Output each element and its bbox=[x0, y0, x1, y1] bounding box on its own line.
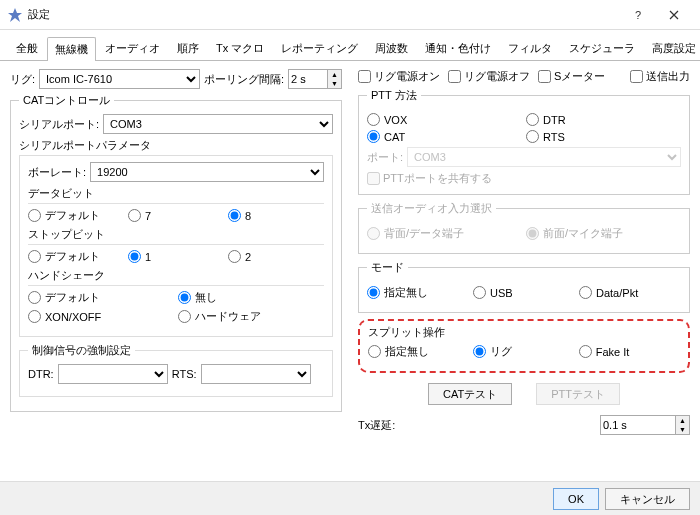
tab-txmacro[interactable]: Tx マクロ bbox=[208, 36, 272, 60]
ptt-rts[interactable] bbox=[526, 130, 539, 143]
cat-control-group: CATコントロール シリアルポート: COM3 シリアルポートパラメータ ボーレ… bbox=[10, 93, 342, 412]
tab-radio[interactable]: 無線機 bbox=[47, 37, 96, 61]
window-title: 設定 bbox=[28, 7, 50, 22]
txoutput-check[interactable] bbox=[630, 70, 643, 83]
power-off-check[interactable] bbox=[448, 70, 461, 83]
tab-scheduler[interactable]: スケジューラ bbox=[561, 36, 643, 60]
hs-hw[interactable] bbox=[178, 310, 191, 323]
split-none[interactable] bbox=[368, 345, 381, 358]
cat-test-button[interactable]: CATテスト bbox=[428, 383, 512, 405]
ptt-legend: PTT 方法 bbox=[367, 88, 421, 103]
databits-default[interactable] bbox=[28, 209, 41, 222]
ptt-test-button: PTTテスト bbox=[536, 383, 620, 405]
handshake-label: ハンドシェーク bbox=[28, 268, 324, 286]
split-highlight: スプリット操作 指定無し リグ Fake It bbox=[358, 319, 690, 373]
smeter-check[interactable] bbox=[538, 70, 551, 83]
tab-sequence[interactable]: 順序 bbox=[169, 36, 207, 60]
mode-none[interactable] bbox=[367, 286, 380, 299]
power-on-check[interactable] bbox=[358, 70, 371, 83]
stopbits-default[interactable] bbox=[28, 250, 41, 263]
tab-general[interactable]: 全般 bbox=[8, 36, 46, 60]
tab-reporting[interactable]: レポーティング bbox=[273, 36, 366, 60]
serial-params-label: シリアルポートパラメータ bbox=[19, 138, 333, 153]
txdelay-up[interactable]: ▲ bbox=[676, 416, 689, 425]
split-group: スプリット操作 指定無し リグ Fake It bbox=[364, 323, 684, 365]
polling-input[interactable] bbox=[288, 69, 328, 89]
hs-none[interactable] bbox=[178, 291, 191, 304]
mode-usb[interactable] bbox=[473, 286, 486, 299]
ptt-share-check bbox=[367, 172, 380, 185]
tab-advanced[interactable]: 高度設定 bbox=[644, 36, 700, 60]
cat-legend: CATコントロール bbox=[19, 93, 114, 108]
split-fakeit[interactable] bbox=[579, 345, 592, 358]
help-button[interactable]: ? bbox=[620, 3, 656, 27]
dtr-select[interactable] bbox=[58, 364, 168, 384]
stopbits-2[interactable] bbox=[228, 250, 241, 263]
ptt-port-label: ポート: bbox=[367, 150, 403, 165]
mode-group: モード 指定無し USB Data/Pkt bbox=[358, 260, 690, 313]
txaudio-rear bbox=[367, 227, 380, 240]
txaudio-front bbox=[526, 227, 539, 240]
databits-7[interactable] bbox=[128, 209, 141, 222]
rts-label: RTS: bbox=[172, 368, 197, 380]
dtr-label: DTR: bbox=[28, 368, 54, 380]
ptt-port-select: COM3 bbox=[407, 147, 681, 167]
hs-default[interactable] bbox=[28, 291, 41, 304]
tab-bar: 全般 無線機 オーディオ 順序 Tx マクロ レポーティング 周波数 通知・色付… bbox=[0, 30, 700, 61]
tab-filter[interactable]: フィルタ bbox=[500, 36, 560, 60]
mode-legend: モード bbox=[367, 260, 408, 275]
split-legend: スプリット操作 bbox=[368, 325, 680, 340]
databits-8[interactable] bbox=[228, 209, 241, 222]
polling-down[interactable]: ▼ bbox=[328, 79, 341, 88]
app-icon bbox=[8, 8, 22, 22]
ptt-dtr[interactable] bbox=[526, 113, 539, 126]
hs-xon[interactable] bbox=[28, 310, 41, 323]
txdelay-input[interactable] bbox=[600, 415, 676, 435]
tab-notify[interactable]: 通知・色付け bbox=[417, 36, 499, 60]
ok-button[interactable]: OK bbox=[553, 488, 599, 510]
polling-up[interactable]: ▲ bbox=[328, 70, 341, 79]
baud-select[interactable]: 19200 bbox=[90, 162, 324, 182]
rig-select[interactable]: Icom IC-7610 bbox=[39, 69, 200, 89]
serial-port-label: シリアルポート: bbox=[19, 117, 99, 132]
rig-label: リグ: bbox=[10, 72, 35, 87]
force-legend: 制御信号の強制設定 bbox=[28, 343, 135, 358]
txdelay-down[interactable]: ▼ bbox=[676, 425, 689, 434]
close-button[interactable] bbox=[656, 3, 692, 27]
txaudio-group: 送信オーディオ入力選択 背面/データ端子 前面/マイク端子 bbox=[358, 201, 690, 254]
serial-port-select[interactable]: COM3 bbox=[103, 114, 333, 134]
polling-label: ポーリング間隔: bbox=[204, 72, 284, 87]
ptt-cat[interactable] bbox=[367, 130, 380, 143]
stopbits-1[interactable] bbox=[128, 250, 141, 263]
cancel-button[interactable]: キャンセル bbox=[605, 488, 690, 510]
tab-freq[interactable]: 周波数 bbox=[367, 36, 416, 60]
rts-select[interactable] bbox=[201, 364, 311, 384]
ptt-vox[interactable] bbox=[367, 113, 380, 126]
databits-label: データビット bbox=[28, 186, 324, 204]
txaudio-legend: 送信オーディオ入力選択 bbox=[367, 201, 496, 216]
tab-audio[interactable]: オーディオ bbox=[97, 36, 168, 60]
baud-label: ボーレート: bbox=[28, 165, 86, 180]
split-rig[interactable] bbox=[473, 345, 486, 358]
mode-data[interactable] bbox=[579, 286, 592, 299]
ptt-group: PTT 方法 VOX DTR CAT RTS ポート: COM3 PTTポートを… bbox=[358, 88, 690, 195]
txdelay-label: Tx遅延: bbox=[358, 418, 395, 433]
stopbits-label: ストップビット bbox=[28, 227, 324, 245]
